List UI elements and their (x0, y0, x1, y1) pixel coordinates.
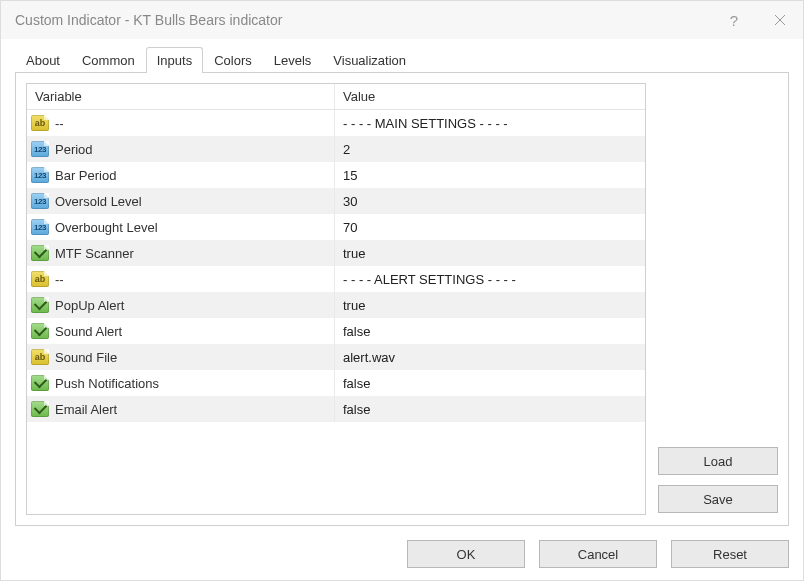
value-cell[interactable]: alert.wav (335, 350, 645, 365)
tab-visualization[interactable]: Visualization (322, 47, 417, 73)
variable-cell: abSound File (27, 344, 335, 370)
table-row[interactable]: MTF Scannertrue (27, 240, 645, 266)
variable-name: -- (55, 272, 64, 287)
variable-name: Sound File (55, 350, 117, 365)
tab-levels[interactable]: Levels (263, 47, 323, 73)
ok-button[interactable]: OK (407, 540, 525, 568)
table-row[interactable]: 123Oversold Level30 (27, 188, 645, 214)
boolean-type-icon (31, 401, 49, 417)
tab-body: Variable Value ab--- - - - MAIN SETTINGS… (15, 72, 789, 526)
table-row[interactable]: ab--- - - - MAIN SETTINGS - - - - (27, 110, 645, 136)
load-button[interactable]: Load (658, 447, 778, 475)
column-header-variable[interactable]: Variable (27, 84, 335, 109)
boolean-type-icon (31, 323, 49, 339)
table-header: Variable Value (27, 84, 645, 110)
table-row[interactable]: 123Bar Period15 (27, 162, 645, 188)
variable-cell: 123Period (27, 136, 335, 162)
tab-inputs[interactable]: Inputs (146, 47, 203, 73)
integer-type-icon: 123 (31, 219, 49, 235)
variable-name: Period (55, 142, 93, 157)
variable-name: Bar Period (55, 168, 116, 183)
variable-name: Oversold Level (55, 194, 142, 209)
help-button[interactable]: ? (711, 1, 757, 39)
value-cell[interactable]: 70 (335, 220, 645, 235)
save-button[interactable]: Save (658, 485, 778, 513)
close-button[interactable] (757, 1, 803, 39)
table-body: ab--- - - - MAIN SETTINGS - - - -123Peri… (27, 110, 645, 514)
window-title: Custom Indicator - KT Bulls Bears indica… (15, 12, 711, 28)
tab-common[interactable]: Common (71, 47, 146, 73)
close-icon (774, 14, 786, 26)
variable-name: -- (55, 116, 64, 131)
value-cell[interactable]: false (335, 376, 645, 391)
value-cell[interactable]: false (335, 324, 645, 339)
table-row[interactable]: abSound Filealert.wav (27, 344, 645, 370)
boolean-type-icon (31, 375, 49, 391)
value-cell[interactable]: false (335, 402, 645, 417)
table-row[interactable]: Sound Alertfalse (27, 318, 645, 344)
variable-cell: ab-- (27, 110, 335, 136)
inputs-table: Variable Value ab--- - - - MAIN SETTINGS… (26, 83, 646, 515)
variable-name: Email Alert (55, 402, 117, 417)
value-cell[interactable]: 30 (335, 194, 645, 209)
table-row[interactable]: 123Overbought Level70 (27, 214, 645, 240)
value-cell[interactable]: 2 (335, 142, 645, 157)
boolean-type-icon (31, 297, 49, 313)
footer: OK Cancel Reset (1, 530, 803, 580)
variable-name: Sound Alert (55, 324, 122, 339)
variable-cell: Email Alert (27, 396, 335, 422)
table-row[interactable]: PopUp Alerttrue (27, 292, 645, 318)
value-cell[interactable]: true (335, 246, 645, 261)
tab-strip: About Common Inputs Colors Levels Visual… (15, 47, 789, 72)
table-row[interactable]: 123Period2 (27, 136, 645, 162)
titlebar: Custom Indicator - KT Bulls Bears indica… (1, 1, 803, 39)
boolean-type-icon (31, 245, 49, 261)
value-cell[interactable]: true (335, 298, 645, 313)
variable-name: PopUp Alert (55, 298, 124, 313)
variable-cell: 123Overbought Level (27, 214, 335, 240)
reset-button[interactable]: Reset (671, 540, 789, 568)
variable-name: MTF Scanner (55, 246, 134, 261)
string-type-icon: ab (31, 349, 49, 365)
value-cell[interactable]: - - - - MAIN SETTINGS - - - - (335, 116, 645, 131)
tab-about[interactable]: About (15, 47, 71, 73)
integer-type-icon: 123 (31, 167, 49, 183)
side-buttons: Load Save (656, 83, 778, 515)
tab-colors[interactable]: Colors (203, 47, 263, 73)
string-type-icon: ab (31, 115, 49, 131)
value-cell[interactable]: - - - - ALERT SETTINGS - - - - (335, 272, 645, 287)
integer-type-icon: 123 (31, 141, 49, 157)
cancel-button[interactable]: Cancel (539, 540, 657, 568)
variable-cell: 123Bar Period (27, 162, 335, 188)
variable-cell: 123Oversold Level (27, 188, 335, 214)
variable-name: Overbought Level (55, 220, 158, 235)
variable-cell: ab-- (27, 266, 335, 292)
table-row[interactable]: Email Alertfalse (27, 396, 645, 422)
dialog-window: Custom Indicator - KT Bulls Bears indica… (0, 0, 804, 581)
string-type-icon: ab (31, 271, 49, 287)
table-row[interactable]: ab--- - - - ALERT SETTINGS - - - - (27, 266, 645, 292)
integer-type-icon: 123 (31, 193, 49, 209)
content-area: About Common Inputs Colors Levels Visual… (1, 39, 803, 530)
variable-cell: Sound Alert (27, 318, 335, 344)
variable-name: Push Notifications (55, 376, 159, 391)
variable-cell: MTF Scanner (27, 240, 335, 266)
column-header-value[interactable]: Value (335, 84, 645, 109)
value-cell[interactable]: 15 (335, 168, 645, 183)
table-row[interactable]: Push Notificationsfalse (27, 370, 645, 396)
variable-cell: PopUp Alert (27, 292, 335, 318)
variable-cell: Push Notifications (27, 370, 335, 396)
